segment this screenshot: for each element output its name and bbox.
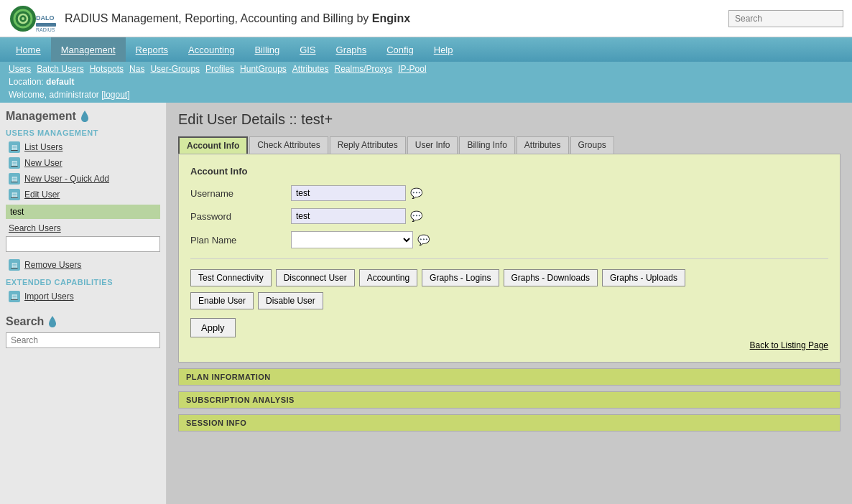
nav-reports[interactable]: Reports xyxy=(126,37,179,62)
sub-nav-hotspots[interactable]: Hotspots xyxy=(90,64,124,74)
header: DALO RADIUS RADIUS Management, Reporting… xyxy=(0,0,852,37)
form-divider xyxy=(190,258,828,259)
svg-rect-4 xyxy=(36,23,56,27)
username-row: Username 💬 xyxy=(190,185,828,201)
sidebar-search-input[interactable] xyxy=(6,332,160,348)
graphs-uploads-button[interactable]: Graphs - Uploads xyxy=(602,269,685,286)
disable-user-button[interactable]: Disable User xyxy=(258,292,323,309)
location-bar: Location: default xyxy=(0,76,852,89)
disconnect-user-button[interactable]: Disconnect User xyxy=(276,269,355,286)
remove-users-icon: ▤ xyxy=(9,259,20,271)
subscription-analysis-section: SUBSCRIPTION ANALYSIS xyxy=(178,391,841,409)
nav-billing[interactable]: Billing xyxy=(244,37,290,62)
account-info-title: Account Info xyxy=(190,166,828,177)
header-search-input[interactable] xyxy=(728,10,843,27)
sidebar-edit-user[interactable]: ▤ Edit User xyxy=(6,187,160,202)
apply-button[interactable]: Apply xyxy=(190,318,236,337)
svg-text:DALO: DALO xyxy=(36,14,55,22)
svg-point-3 xyxy=(22,17,24,20)
search-water-drop-icon xyxy=(48,316,57,327)
sidebar-import-users[interactable]: ▤ Import Users xyxy=(6,289,160,304)
form-area: Account Info Username 💬 Password 💬 Plan … xyxy=(178,154,841,363)
page-title: Edit User Details :: test+ xyxy=(178,111,841,128)
plan-information-section: PLAN INFORMATION xyxy=(178,368,841,386)
action-buttons: Test Connectivity Disconnect User Accoun… xyxy=(190,269,828,286)
enable-user-button[interactable]: Enable User xyxy=(190,292,254,309)
nav-graphs[interactable]: Graphs xyxy=(326,37,377,62)
welcome-bar: Welcome, administrator [logout] xyxy=(0,89,852,103)
sub-nav-ip-pool[interactable]: IP-Pool xyxy=(398,64,426,74)
logout-link[interactable]: [logout] xyxy=(101,90,129,100)
extended-capabilities-title: Extended Capabilities xyxy=(6,278,160,286)
plan-name-info-icon[interactable]: 💬 xyxy=(417,234,430,246)
nav-config[interactable]: Config xyxy=(376,37,424,62)
users-management-title: Users Management xyxy=(6,129,160,137)
tab-account-info[interactable]: Account Info xyxy=(178,136,248,154)
new-user-icon: ▤ xyxy=(9,157,20,169)
sidebar-edit-user-value: test xyxy=(6,205,160,219)
password-label: Password xyxy=(190,211,291,222)
tab-check-attributes[interactable]: Check Attributes xyxy=(249,136,328,154)
plan-name-select[interactable] xyxy=(291,231,413,248)
graphs-logins-button[interactable]: Graphs - Logins xyxy=(422,269,499,286)
username-info-icon[interactable]: 💬 xyxy=(410,187,422,199)
tab-user-info[interactable]: User Info xyxy=(407,136,458,154)
tab-groups[interactable]: Groups xyxy=(570,136,614,154)
accounting-button[interactable]: Accounting xyxy=(359,269,417,286)
sub-nav: Users Batch Users Hotspots Nas User-Grou… xyxy=(0,62,852,76)
sub-nav-users[interactable]: Users xyxy=(9,64,31,74)
tab-billing-info[interactable]: Billing Info xyxy=(459,136,514,154)
plan-name-label: Plan Name xyxy=(190,235,291,246)
password-info-icon[interactable]: 💬 xyxy=(410,210,422,222)
new-user-quick-icon: ▤ xyxy=(9,173,20,185)
main-content: Edit User Details :: test+ Account Info … xyxy=(167,103,852,504)
session-info-title: SESSION INFO xyxy=(186,419,833,427)
nav-management[interactable]: Management xyxy=(51,37,126,62)
content-area: Management Users Management ▤ List Users… xyxy=(0,103,852,504)
sub-nav-profiles[interactable]: Profiles xyxy=(205,64,234,74)
plan-information-title: PLAN INFORMATION xyxy=(186,373,833,381)
sidebar-new-user[interactable]: ▤ New User xyxy=(6,156,160,170)
graphs-downloads-button[interactable]: Graphs - Downloads xyxy=(504,269,598,286)
nav-home[interactable]: Home xyxy=(6,37,51,62)
sub-nav-nas[interactable]: Nas xyxy=(129,64,144,74)
sidebar-search-users-input[interactable] xyxy=(6,236,160,252)
sub-nav-attributes[interactable]: Attributes xyxy=(292,64,329,74)
sidebar: Management Users Management ▤ List Users… xyxy=(0,103,167,504)
sub-nav-huntgroups[interactable]: HuntGroups xyxy=(240,64,287,74)
username-label: Username xyxy=(190,188,291,199)
tab-reply-attributes[interactable]: Reply Attributes xyxy=(330,136,406,154)
sub-nav-user-groups[interactable]: User-Groups xyxy=(150,64,200,74)
sidebar-new-user-quick-add[interactable]: ▤ New User - Quick Add xyxy=(6,172,160,186)
main-nav: Home Management Reports Accounting Billi… xyxy=(0,37,852,62)
nav-accounting[interactable]: Accounting xyxy=(178,37,244,62)
subscription-analysis-title: SUBSCRIPTION ANALYSIS xyxy=(186,396,833,404)
logo-area: DALO RADIUS RADIUS Management, Reporting… xyxy=(9,4,728,33)
tab-attributes[interactable]: Attributes xyxy=(517,136,569,154)
password-input[interactable] xyxy=(291,208,406,224)
sidebar-search-section: Search xyxy=(6,315,160,348)
username-input[interactable] xyxy=(291,185,406,201)
sidebar-search-users[interactable]: Search Users xyxy=(6,222,160,235)
edit-user-icon: ▤ xyxy=(9,189,20,200)
sub-nav-batch-users[interactable]: Batch Users xyxy=(37,64,83,74)
password-row: Password 💬 xyxy=(190,208,828,224)
sidebar-search-header: Search xyxy=(6,315,160,328)
water-drop-icon xyxy=(80,111,89,122)
sidebar-remove-users[interactable]: ▤ Remove Users xyxy=(6,258,160,272)
logo-icon: DALO RADIUS xyxy=(9,4,57,33)
sidebar-management-header: Management xyxy=(6,110,160,123)
sub-nav-realms[interactable]: Realms/Proxys xyxy=(335,64,393,74)
svg-text:RADIUS: RADIUS xyxy=(36,27,55,32)
nav-gis[interactable]: GIS xyxy=(290,37,325,62)
secondary-buttons: Enable User Disable User xyxy=(190,292,828,309)
sidebar-list-users[interactable]: ▤ List Users xyxy=(6,140,160,154)
list-users-icon: ▤ xyxy=(9,141,20,153)
header-title: RADIUS Management, Reporting, Accounting… xyxy=(65,12,410,25)
nav-help[interactable]: Help xyxy=(424,37,463,62)
plan-name-row: Plan Name 💬 xyxy=(190,231,828,248)
tabs: Account Info Check Attributes Reply Attr… xyxy=(178,136,841,154)
test-connectivity-button[interactable]: Test Connectivity xyxy=(190,269,272,286)
session-info-section: SESSION INFO xyxy=(178,414,841,431)
back-to-listing-link[interactable]: Back to Listing Page xyxy=(190,340,828,350)
